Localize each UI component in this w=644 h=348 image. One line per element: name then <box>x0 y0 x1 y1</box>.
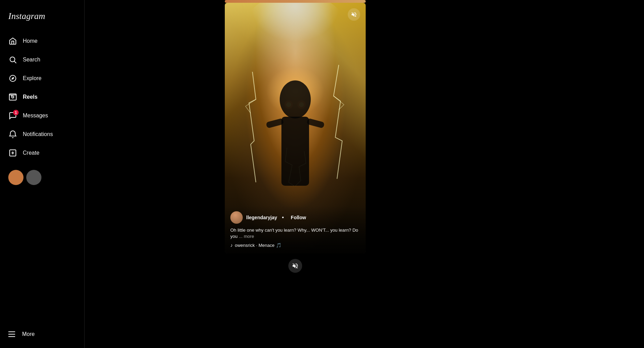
story-avatars <box>4 166 80 189</box>
svg-point-12 <box>286 102 291 107</box>
reel-card: llegendaryjay • Follow Oh little one why… <box>225 3 366 253</box>
sidebar-item-search[interactable]: Search <box>4 51 80 68</box>
explore-icon <box>8 74 17 83</box>
messages-badge: 1 <box>13 110 19 115</box>
sidebar-item-label-notifications: Notifications <box>23 131 53 137</box>
sidebar-item-messages[interactable]: 1 Messages <box>4 107 80 124</box>
more-label: More <box>22 331 35 337</box>
svg-rect-19 <box>307 118 325 128</box>
separator: • <box>282 214 284 221</box>
sidebar-item-label-reels: Reels <box>23 94 38 100</box>
caption-more[interactable]: ... more <box>239 234 254 239</box>
avatar-2[interactable] <box>26 170 41 185</box>
sidebar-item-explore[interactable]: Explore <box>4 70 80 87</box>
sidebar-item-label-search: Search <box>23 57 40 63</box>
main-content: llegendaryjay • Follow Oh little one why… <box>85 0 506 348</box>
reel-info: llegendaryjay • Follow Oh little one why… <box>225 206 366 253</box>
create-icon <box>8 148 17 157</box>
svg-line-1 <box>15 61 17 64</box>
mute-button-bottom[interactable] <box>288 259 302 273</box>
user-avatar[interactable] <box>230 211 243 224</box>
home-icon <box>8 37 17 46</box>
reel-column: llegendaryjay • Follow Oh little one why… <box>225 0 366 259</box>
svg-marker-3 <box>11 77 14 80</box>
reel-username[interactable]: llegendaryjay <box>246 215 277 220</box>
reel-music[interactable]: ♪ owensrick · Menace 🎵 <box>230 242 360 248</box>
sidebar-more-button[interactable]: More <box>4 326 80 342</box>
music-info: owensrick · Menace 🎵 <box>235 243 281 248</box>
svg-point-11 <box>285 100 293 109</box>
sidebar-nav: Home Search Explore <box>4 32 80 326</box>
music-note-icon: ♪ <box>230 242 233 248</box>
reel-caption: Oh little one why can't you learn? Why..… <box>230 227 360 240</box>
sidebar-item-label-explore: Explore <box>23 75 41 81</box>
sidebar-item-label-home: Home <box>23 38 38 44</box>
sidebar-item-label-messages: Messages <box>23 113 48 119</box>
svg-point-16 <box>280 80 311 118</box>
reel-user-row: llegendaryjay • Follow <box>230 211 360 224</box>
sidebar-item-notifications[interactable]: Notifications <box>4 126 80 143</box>
hamburger-icon <box>8 330 17 338</box>
svg-point-13 <box>297 100 306 109</box>
right-panel <box>506 0 644 348</box>
sidebar-item-home[interactable]: Home <box>4 32 80 50</box>
mute-button-top[interactable] <box>348 8 360 21</box>
previous-reel-strip <box>225 0 366 3</box>
svg-point-20 <box>240 3 350 82</box>
reels-icon <box>8 93 17 102</box>
sidebar-item-label-create: Create <box>23 150 39 156</box>
sidebar-item-create[interactable]: Create <box>4 144 80 162</box>
follow-button[interactable]: Follow <box>291 215 306 220</box>
sidebar: Instagram Home Search <box>0 0 85 348</box>
svg-point-14 <box>299 102 304 107</box>
svg-point-0 <box>10 57 15 62</box>
notifications-icon <box>8 130 17 139</box>
svg-rect-17 <box>281 117 309 186</box>
sidebar-item-reels[interactable]: Reels <box>4 88 80 106</box>
svg-point-15 <box>254 65 337 134</box>
search-icon <box>8 55 17 64</box>
svg-point-6 <box>12 96 14 98</box>
instagram-logo[interactable]: Instagram <box>4 6 80 32</box>
avatar-1[interactable] <box>8 170 23 185</box>
svg-rect-18 <box>266 118 284 128</box>
messages-icon: 1 <box>8 111 17 120</box>
